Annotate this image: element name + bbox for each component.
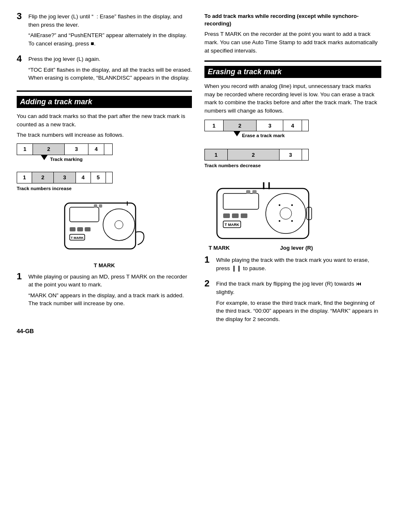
erase-diagram-before: 1 2 3 4 Erase a track mark [204, 120, 381, 145]
track-diagram-after: 1 2 3 4 5 Track numbers increase [17, 172, 192, 191]
step-2-right-block: 2 Find the track mark by flipping the jo… [204, 280, 381, 326]
svg-rect-10 [94, 204, 97, 208]
svg-point-3 [115, 221, 123, 229]
sub-para: Press T MARK on the recorder at the poin… [204, 30, 381, 55]
svg-text:T MARK: T MARK [71, 236, 83, 240]
step-4-para1: Press the jog lever (L) again. [28, 55, 192, 63]
svg-point-2 [103, 209, 135, 241]
section-divider-right [204, 60, 381, 62]
device-illustration-left: T MARK T MARK [17, 195, 192, 269]
track-cell-a2: 2 [32, 172, 54, 183]
section-divider-left [17, 90, 192, 92]
svg-text:❙❙: ❙❙ [261, 182, 272, 189]
jog-label-right: Jog lever (R) [280, 245, 313, 251]
step-2-right-content: Find the track mark by flipping the jog … [216, 280, 381, 326]
erase-cell-e [302, 120, 308, 131]
step-1-right-number: 1 [204, 255, 214, 275]
adding-track-mark-header: Adding a track mark [17, 96, 192, 108]
arrow-down-triangle [41, 155, 48, 160]
svg-rect-4 [70, 227, 76, 231]
track-cell-1: 1 [17, 144, 33, 155]
page-number-container: 44-GB [17, 315, 192, 334]
svg-point-18 [279, 220, 280, 222]
step-1-left-block: 1 While playing or pausing an MD, press … [17, 273, 192, 310]
step-1-left-number: 1 [17, 272, 26, 310]
erase-arrow-area: Erase a track mark [204, 131, 309, 145]
step-2-right-para1: Find the track mark by flipping the jog … [216, 280, 381, 296]
svg-rect-5 [77, 227, 83, 231]
erase-cell-a1: 1 [205, 149, 228, 160]
track-cell-a3: 3 [54, 172, 76, 183]
track-numbers-decrease-label: Track numbers decrease [204, 163, 261, 168]
step-4-block: 4 Press the jog lever (L) again. “TOC Ed… [17, 55, 192, 85]
track-cell-empty [104, 144, 112, 155]
erase-row-after: 1 2 3 [204, 149, 309, 161]
step-1-left-para2: “MARK ON” appears in the display, and a … [28, 291, 192, 308]
svg-rect-6 [85, 227, 91, 231]
svg-text:T MARK: T MARK [225, 223, 239, 227]
step-4-content: Press the jog lever (L) again. “TOC Edit… [28, 55, 192, 85]
track-row-after: 1 2 3 4 5 [17, 172, 113, 183]
erase-arrow-triangle [234, 131, 240, 136]
step-3-number: 3 [17, 12, 26, 50]
track-cell-2: 2 [33, 144, 65, 155]
erase-cell-a3: 3 [280, 149, 302, 160]
track-numbers-decrease-label-container: Track numbers decrease [204, 162, 381, 168]
step-1-left-para1: While playing or pausing an MD, press T … [28, 273, 192, 289]
tmark-label-left: T MARK [17, 262, 192, 269]
svg-point-16 [279, 204, 280, 206]
svg-point-15 [280, 208, 292, 219]
track-numbers-increase-label: Track numbers increase [17, 186, 72, 191]
track-cell-a-empty [106, 172, 112, 183]
adding-intro-2: The track numbers will increase as follo… [17, 131, 192, 139]
svg-rect-13 [223, 193, 259, 209]
svg-rect-21 [232, 213, 239, 218]
erase-cell-a-e [302, 149, 308, 160]
step-3-para1: Flip the jog lever (L) until “ : Erase” … [28, 13, 192, 29]
svg-point-19 [291, 220, 293, 222]
step-1-right-block: 1 While playing the track with the track… [204, 256, 381, 275]
svg-point-14 [266, 193, 306, 233]
arrow-container [41, 155, 48, 160]
svg-rect-11 [99, 204, 102, 208]
arrow-area: Track marking [17, 155, 117, 168]
erase-cell-a2: 2 [228, 149, 280, 160]
erase-diagram-after: 1 2 3 Track numbers decrease [204, 149, 381, 168]
track-row-before: 1 2 3 4 [17, 143, 113, 155]
step-1-right-para1: While playing the track with the track m… [216, 256, 381, 272]
sub-heading: To add track marks while recording (exce… [204, 13, 381, 28]
step-2-right-para2: For example, to erase the third track ma… [216, 299, 381, 324]
erase-row-before: 1 2 3 4 [204, 120, 309, 131]
erasing-track-mark-header: Erasing a track mark [204, 66, 381, 78]
step-3-block: 3 Flip the jog lever (L) until “ : Erase… [17, 13, 192, 50]
track-cell-a5: 5 [91, 172, 106, 183]
track-cell-a4: 4 [76, 172, 91, 183]
erase-cell-1: 1 [205, 120, 224, 131]
device-svg-right: T MARK ❙❙ [204, 172, 325, 247]
adding-intro-1: You can add track marks so that the part… [17, 112, 192, 128]
page-number: 44-GB [17, 328, 34, 334]
track-cell-4: 4 [88, 144, 104, 155]
step-3-content: Flip the jog lever (L) until “ : Erase” … [28, 13, 192, 50]
svg-rect-22 [241, 213, 247, 218]
step-1-left-content: While playing or pausing an MD, press T … [28, 273, 192, 310]
step-4-number: 4 [17, 54, 26, 85]
step-1-right-content: While playing the track with the track m… [216, 256, 381, 275]
track-diagram-before: 1 2 3 4 Track marking [17, 143, 192, 168]
svg-rect-1 [70, 207, 99, 222]
erase-cell-3: 3 [257, 120, 283, 131]
svg-rect-28 [252, 190, 257, 194]
tmark-label-right: T MARK [209, 245, 230, 251]
erase-arrow-container [234, 131, 240, 136]
device-svg-left: T MARK [60, 195, 148, 259]
track-numbers-increase-label-container: Track numbers increase [17, 185, 192, 191]
right-column: To add track marks while recording (exce… [204, 13, 381, 519]
left-column: 3 Flip the jog lever (L) until “ : Erase… [17, 13, 192, 519]
track-marking-label: Track marking [50, 157, 83, 162]
track-cell-a1: 1 [17, 172, 32, 183]
step-3-para2: “AllErase?” and “PushENTER” appear alter… [28, 31, 192, 48]
track-cell-3: 3 [65, 144, 88, 155]
erasing-intro: When you record with analog (line) input… [204, 82, 381, 115]
erase-cell-4: 4 [283, 120, 302, 131]
device-illustration-right: T MARK ❙❙ T MARK Jog lever (R) [204, 172, 381, 251]
